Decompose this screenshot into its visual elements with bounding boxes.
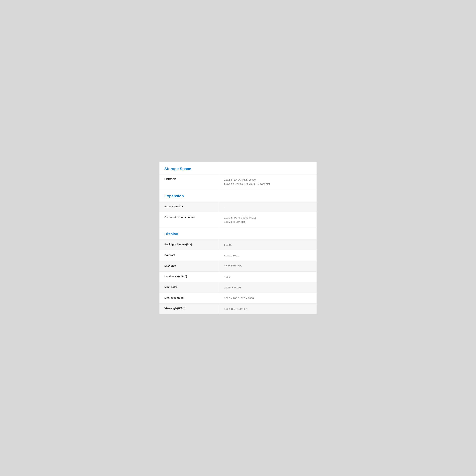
section-title-storage: Storage Space	[164, 167, 191, 171]
row-label: Contrast	[164, 254, 175, 256]
row-label: Expansion slot	[164, 205, 183, 208]
row-label: Max. color	[164, 286, 177, 289]
row-label: Viewangle(H°/V°)	[164, 307, 185, 310]
table-row: Luminance(cd/m²)1000	[159, 272, 317, 282]
table-row: Backlight lifetime(hrs)50,000	[159, 239, 317, 250]
spec-table: Storage SpaceHDD/SSD1 x 2.5" SATA3 HDD s…	[159, 162, 317, 314]
table-row: Contrast500:1 / 800:1	[159, 250, 317, 261]
row-label: Luminance(cd/m²)	[164, 275, 187, 278]
row-value: -	[219, 202, 317, 212]
row-value: 15.6" TFT-LCD	[219, 261, 317, 272]
section-header-row-storage: Storage Space	[159, 162, 317, 174]
row-value: 160 ; 160 / 170 ; 170	[219, 304, 317, 314]
row-value: 50,000	[219, 239, 317, 250]
table-row: Max. color16.7M / 16.2M	[159, 282, 317, 293]
row-label: On board expansion bus	[164, 216, 195, 219]
table-row: LCD Size15.6" TFT-LCD	[159, 261, 317, 272]
table-row: Expansion slot-	[159, 202, 317, 212]
row-value: 1000	[219, 272, 317, 282]
row-value: 16.7M / 16.2M	[219, 282, 317, 293]
row-label: LCD Size	[164, 264, 176, 267]
row-value: 1366 x 768 / 1920 x 1080	[219, 293, 317, 304]
section-title-expansion: Expansion	[164, 194, 184, 198]
section-header-row-display: Display	[159, 227, 317, 239]
table-row: Max. resolution1366 x 768 / 1920 x 1080	[159, 293, 317, 304]
section-title-display: Display	[164, 232, 178, 236]
row-value: 500:1 / 800:1	[219, 250, 317, 261]
row-label: Max. resolution	[164, 296, 184, 299]
table-row: On board expansion bus1 x Mini-PCIe slot…	[159, 212, 317, 227]
section-header-row-expansion: Expansion	[159, 189, 317, 202]
table-row: HDD/SSD1 x 2.5" SATA3 HDD spaceMovable D…	[159, 174, 317, 189]
row-value: 1 x Mini-PCIe slot (full size)1 x Micro …	[219, 212, 317, 227]
row-label: Backlight lifetime(hrs)	[164, 243, 192, 246]
spec-card: Storage SpaceHDD/SSD1 x 2.5" SATA3 HDD s…	[159, 162, 317, 314]
row-label: HDD/SSD	[164, 178, 176, 181]
row-value: 1 x 2.5" SATA3 HDD spaceMovable Device: …	[219, 174, 317, 189]
table-row: Viewangle(H°/V°)160 ; 160 / 170 ; 170	[159, 304, 317, 314]
